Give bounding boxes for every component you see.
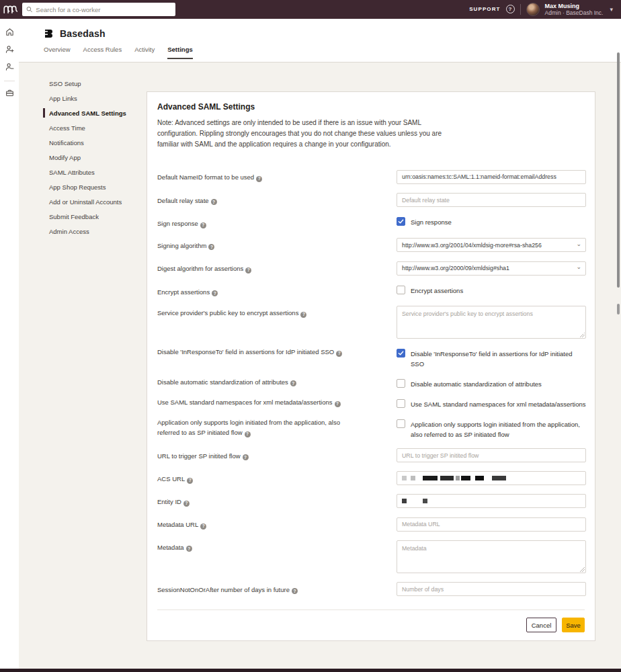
info-icon[interactable]: ? [256, 176, 262, 182]
field-label: Disable 'InResponseTo' field in assertio… [157, 348, 334, 355]
digest-algorithm-value[interactable] [397, 261, 586, 276]
menu-submit-feedback[interactable]: Submit Feedback [44, 209, 151, 224]
menu-app-links[interactable]: App Links [44, 91, 151, 106]
left-icon-rail [0, 19, 19, 669]
sign-response-checkbox[interactable] [397, 217, 405, 226]
content-area: SSO Setup App Links Advanced SAML Settin… [19, 62, 621, 669]
rippling-logo-icon [3, 4, 17, 15]
sp-url-input[interactable] [397, 448, 586, 462]
session-days-input[interactable] [397, 582, 586, 596]
support-link[interactable]: SUPPORT [469, 6, 500, 12]
tab-settings[interactable]: Settings [167, 46, 192, 59]
checkbox-label: Encrypt assertions [411, 286, 463, 296]
field-label: URL to trigger SP initited flow [157, 452, 241, 460]
home-icon[interactable] [5, 27, 14, 36]
tab-overview[interactable]: Overview [44, 46, 71, 59]
info-icon[interactable]: ? [292, 588, 298, 594]
cancel-button[interactable]: Cancel [526, 618, 556, 632]
default-relay-state-input[interactable] [397, 193, 586, 207]
field-label: Use SAML standard namespaces for xml met… [157, 398, 333, 406]
field-entity-id: Entity ID? [157, 494, 585, 508]
info-icon[interactable]: ? [187, 478, 193, 484]
disable-inresponseto-checkbox[interactable] [397, 349, 405, 358]
info-icon[interactable]: ? [336, 351, 342, 357]
chevron-down-icon[interactable]: ▾ [610, 6, 613, 13]
top-bar: SUPPORT ? Max Musing Admin · BaseDash In… [0, 0, 621, 19]
menu-sso-setup[interactable]: SSO Setup [44, 76, 151, 91]
field-label: Service provider's public key to encrypt… [157, 309, 298, 317]
metadata-textarea[interactable] [397, 540, 586, 573]
menu-access-time[interactable]: Access Time [44, 120, 151, 135]
checkbox-label: Disable automatic standardization of att… [411, 379, 542, 389]
tab-activity[interactable]: Activity [134, 46, 155, 59]
save-button[interactable]: Save [562, 618, 585, 632]
menu-saml-attributes[interactable]: SAML Attributes [44, 165, 151, 179]
sp-initiated-only-checkbox[interactable] [397, 419, 405, 428]
briefcase-icon[interactable] [5, 88, 14, 97]
info-icon[interactable]: ? [200, 222, 206, 228]
info-icon[interactable]: ? [245, 431, 251, 437]
info-icon[interactable]: ? [212, 290, 218, 296]
avatar[interactable] [526, 3, 540, 16]
panel-footer: Cancel Save [147, 610, 595, 640]
coworker-search[interactable] [22, 3, 175, 16]
saml-namespaces-checkbox[interactable] [397, 399, 405, 408]
check-icon [398, 350, 404, 356]
scrollbar-segment[interactable] [617, 304, 620, 314]
sp-public-key-textarea[interactable] [397, 306, 586, 339]
info-icon[interactable]: ? [243, 454, 249, 460]
menu-notifications[interactable]: Notifications [44, 135, 151, 150]
help-icon[interactable]: ? [506, 5, 515, 13]
encrypt-assertions-checkbox[interactable] [397, 286, 405, 294]
acs-url-input[interactable] [397, 471, 586, 485]
add-user-icon[interactable] [5, 44, 14, 54]
menu-add-uninstall-accounts[interactable]: Add or Uninstall Accounts [44, 194, 151, 209]
info-icon[interactable]: ? [200, 523, 206, 530]
tab-access-rules[interactable]: Access Rules [83, 46, 122, 59]
default-nameid-input[interactable] [397, 170, 586, 184]
field-acs-url: ACS URL? [157, 471, 585, 485]
digest-algorithm-select[interactable]: ⌄ [397, 261, 586, 276]
field-metadata: Metadata? [157, 540, 585, 573]
metadata-url-input[interactable] [397, 517, 586, 532]
field-label: Metadata URL [157, 521, 198, 528]
info-icon[interactable]: ? [211, 199, 217, 205]
field-label: Digest algorithm for assertions [157, 265, 243, 272]
entity-id-input[interactable] [397, 494, 586, 508]
user-menu[interactable]: Max Musing Admin · BaseDash Inc. [545, 3, 604, 17]
field-label: Entity ID [157, 498, 181, 505]
field-sp-public-key: Service provider's public key to encrypt… [157, 306, 585, 339]
signing-algorithm-select[interactable]: ⌄ [397, 238, 586, 253]
settings-menu: SSO Setup App Links Advanced SAML Settin… [44, 76, 151, 239]
rippling-logo[interactable] [0, 0, 20, 19]
info-icon[interactable]: ? [183, 501, 190, 507]
topbar-divider [520, 4, 521, 15]
info-icon[interactable]: ? [300, 312, 306, 318]
user-name: Max Musing [545, 3, 604, 10]
field-disable-inresponseto: Disable 'InResponseTo' field in assertio… [157, 347, 585, 369]
search-icon [26, 6, 32, 13]
panel-title: Advanced SAML Settings [157, 102, 585, 112]
info-icon[interactable]: ? [335, 401, 341, 407]
menu-modify-app[interactable]: Modify App [44, 150, 151, 165]
field-digest-algorithm: Digest algorithm for assertions? ⌄ [157, 261, 585, 276]
checkbox-label: Sign response [411, 217, 452, 227]
info-icon[interactable]: ? [290, 380, 296, 386]
disable-standardization-checkbox[interactable] [397, 379, 405, 388]
info-icon[interactable]: ? [186, 546, 192, 552]
field-saml-namespaces: Use SAML standard namespaces for xml met… [157, 398, 585, 409]
field-label: Default relay state [157, 197, 209, 204]
remove-user-icon[interactable] [5, 62, 14, 71]
field-label: Disable automatic standardization of att… [157, 378, 288, 386]
advanced-saml-panel: Advanced SAML Settings Note: Advanced se… [147, 91, 595, 641]
menu-admin-access[interactable]: Admin Access [44, 224, 151, 239]
info-icon[interactable]: ? [208, 244, 214, 250]
search-input[interactable] [36, 6, 171, 13]
field-label: Metadata [157, 544, 184, 551]
scrollbar[interactable] [617, 52, 620, 288]
info-icon[interactable]: ? [245, 267, 251, 274]
menu-app-shop-requests[interactable]: App Shop Requests [44, 179, 151, 194]
signing-algorithm-value[interactable] [397, 238, 586, 252]
field-label: Default NameID format to be used [157, 173, 254, 181]
menu-advanced-saml-settings[interactable]: Advanced SAML Settings [44, 106, 151, 120]
